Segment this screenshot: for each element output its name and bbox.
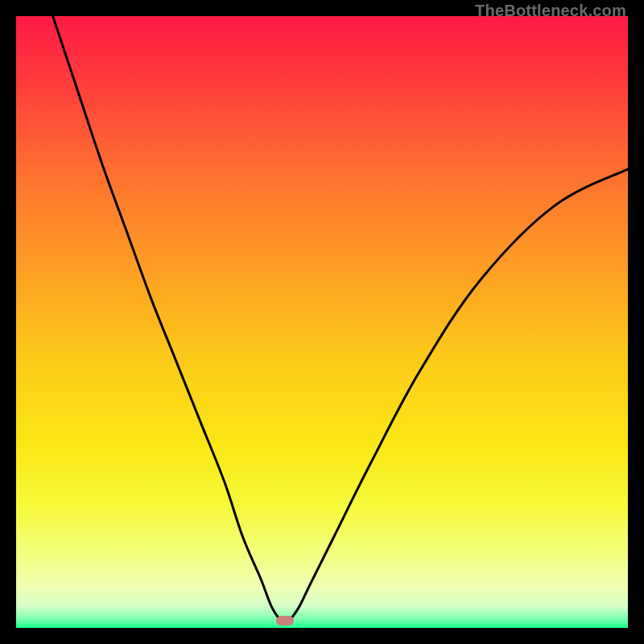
- bottleneck-curve: [16, 16, 628, 628]
- plot-area: [16, 16, 628, 628]
- chart-frame: TheBottleneck.com: [0, 0, 644, 644]
- optimal-point-marker: [276, 616, 294, 625]
- watermark-text: TheBottleneck.com: [475, 2, 626, 20]
